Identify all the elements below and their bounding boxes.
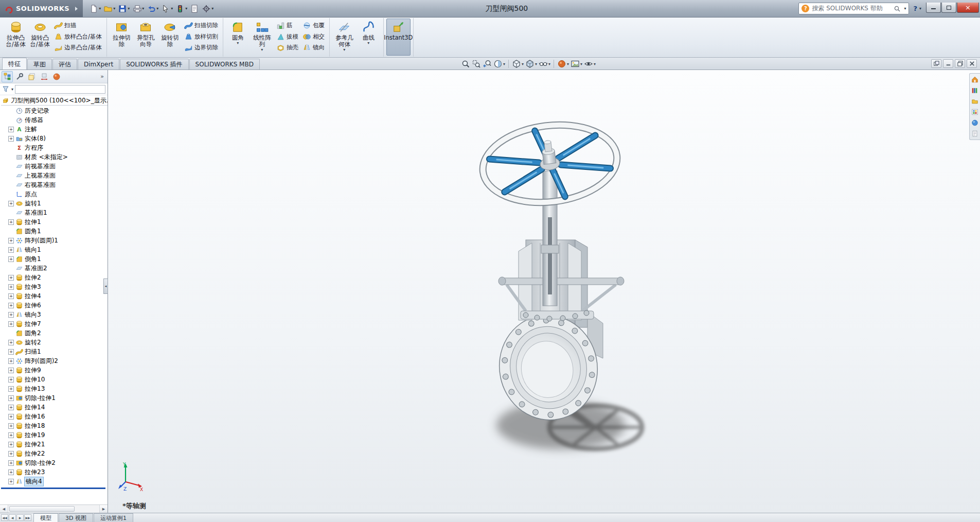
- tree-item[interactable]: +扫描1: [1, 347, 108, 356]
- tree-item[interactable]: +拉伸9: [1, 366, 108, 375]
- filter-funnel-icon[interactable]: [2, 85, 9, 93]
- tree-item[interactable]: +拉伸13: [1, 384, 108, 393]
- valve-stem[interactable]: [541, 171, 559, 306]
- boundary-cut-button[interactable]: 边界切除: [183, 43, 219, 52]
- menu-expand-icon[interactable]: [75, 7, 78, 11]
- task-pane-view-palette-button[interactable]: [971, 108, 979, 116]
- tree-item[interactable]: 右视基准面: [1, 180, 108, 189]
- tab-SOLIDWORKS MBD[interactable]: SOLIDWORKS MBD: [189, 59, 260, 69]
- tree-item[interactable]: 基准面2: [1, 264, 108, 273]
- tree-expand-icon[interactable]: +: [8, 303, 14, 308]
- tree-expand-icon[interactable]: +: [8, 432, 14, 438]
- doc-close-button[interactable]: [967, 59, 977, 68]
- tree-expand-icon[interactable]: +: [8, 201, 14, 206]
- tree-expand-icon[interactable]: +: [8, 219, 14, 225]
- rib-button[interactable]: 筋: [275, 21, 299, 30]
- dropdown-caret-icon[interactable]: ▾: [156, 6, 158, 11]
- task-pane-resources-button[interactable]: [971, 75, 979, 84]
- dropdown-caret-icon[interactable]: ▾: [99, 6, 101, 11]
- tree-item[interactable]: +切除-拉伸1: [1, 393, 108, 403]
- tab-scroll-next-icon[interactable]: ▶: [16, 514, 24, 521]
- close-button[interactable]: ×: [957, 3, 979, 13]
- extruded-cut-button[interactable]: 拉伸切 除: [110, 19, 134, 56]
- tree-item[interactable]: +实体(8): [1, 134, 108, 143]
- revolved-boss-button[interactable]: 旋转凸 台/基体: [28, 19, 52, 56]
- select-button[interactable]: ▾: [160, 3, 174, 14]
- tree-item[interactable]: 方程序: [1, 143, 108, 152]
- print-button[interactable]: ▾: [131, 3, 145, 14]
- fm-tab-configurationmanager[interactable]: [26, 71, 38, 82]
- tree-expand-icon[interactable]: +: [8, 377, 14, 382]
- tree-item[interactable]: +拉伸6: [1, 301, 108, 310]
- dropdown-caret-icon[interactable]: ▾: [128, 6, 130, 11]
- dropdown-caret-icon[interactable]: ▾: [503, 62, 505, 66]
- save-button[interactable]: ▾: [117, 3, 131, 14]
- tree-item[interactable]: +切除-拉伸2: [1, 458, 108, 467]
- tab-DimXpert[interactable]: DimXpert: [78, 59, 119, 69]
- tree-expand-icon[interactable]: +: [8, 442, 14, 447]
- doc-minimize-button[interactable]: [943, 59, 953, 68]
- fm-tab-overflow-icon[interactable]: »: [98, 73, 106, 80]
- fm-tab-featuremanager[interactable]: [2, 71, 13, 82]
- fm-tab-propertymanager[interactable]: [14, 71, 25, 82]
- tree-item[interactable]: 前视基准面: [1, 162, 108, 171]
- tree-item[interactable]: +拉伸1: [1, 217, 108, 227]
- scrollbar-thumb[interactable]: [9, 506, 75, 512]
- tree-expand-icon[interactable]: +: [8, 414, 14, 420]
- scroll-right-icon[interactable]: ▶: [99, 505, 108, 513]
- tree-item[interactable]: 历史记录: [1, 106, 108, 115]
- lofted-boss-button[interactable]: 放样凸台/基体: [53, 32, 103, 41]
- tree-expand-icon[interactable]: +: [8, 312, 14, 318]
- search-dropdown-icon[interactable]: ▾: [904, 6, 906, 11]
- dropdown-caret-icon[interactable]: ▾: [261, 48, 263, 51]
- shell-button[interactable]: 抽壳: [275, 43, 299, 52]
- tree-expand-icon[interactable]: +: [8, 451, 14, 457]
- display-style-button[interactable]: ▾: [525, 59, 538, 69]
- panel-collapse-handle[interactable]: ◂: [103, 279, 108, 294]
- tree-root-item[interactable]: 刀型闸阀500 (100<<100>_显示...: [1, 96, 108, 106]
- tree-item[interactable]: 圆角1: [1, 227, 108, 236]
- tree-item[interactable]: +阵列(圆周)2: [1, 356, 108, 366]
- tree-expand-icon[interactable]: +: [8, 423, 14, 429]
- file-properties-button[interactable]: [189, 3, 200, 14]
- graphics-viewport[interactable]: Y X Z *等轴测: [108, 70, 980, 513]
- apply-scene-button[interactable]: ▾: [570, 59, 583, 69]
- open-button[interactable]: ▾: [102, 3, 116, 14]
- undo-button[interactable]: ▾: [146, 3, 159, 14]
- tree-item[interactable]: +拉伸23: [1, 467, 108, 477]
- tree-expand-icon[interactable]: +: [8, 275, 14, 281]
- rebuild-button[interactable]: ▾: [174, 3, 188, 14]
- tree-item[interactable]: +拉伸21: [1, 440, 108, 449]
- tree-item[interactable]: +注解: [1, 125, 108, 134]
- tree-item[interactable]: +拉伸22: [1, 449, 108, 458]
- tree-filter-input[interactable]: [15, 85, 105, 94]
- fm-tab-dimxpertmanager[interactable]: [39, 71, 50, 82]
- tree-item[interactable]: +拉伸10: [1, 375, 108, 384]
- tree-item[interactable]: 原点: [1, 189, 108, 199]
- minimize-button[interactable]: [926, 3, 941, 13]
- boundary-boss-button[interactable]: 边界凸台/基体: [53, 43, 103, 52]
- dropdown-caret-icon[interactable]: ▾: [171, 6, 173, 11]
- tree-item[interactable]: +拉伸18: [1, 421, 108, 430]
- hide-show-items-button[interactable]: ▾: [538, 59, 551, 69]
- tab-特征[interactable]: 特征: [2, 58, 27, 69]
- tree-item[interactable]: +倒角1: [1, 254, 108, 264]
- tree-expand-icon[interactable]: +: [8, 395, 14, 401]
- fillet-button[interactable]: 圆角▾: [226, 19, 250, 56]
- dropdown-caret-icon[interactable]: ▾: [343, 48, 345, 51]
- dropdown-caret-icon[interactable]: ▾: [185, 6, 187, 11]
- hole-wizard-button[interactable]: 异型孔 向导: [134, 19, 158, 56]
- tab-评估[interactable]: 评估: [52, 59, 77, 69]
- doc-tile-button[interactable]: [931, 59, 941, 68]
- dropdown-caret-icon[interactable]: ▾: [142, 6, 144, 11]
- section-view-button[interactable]: ▾: [493, 59, 506, 69]
- instant3d-button[interactable]: Instant3D: [386, 19, 411, 56]
- solidworks-logo[interactable]: SOLIDWORKS: [0, 0, 83, 17]
- scroll-left-icon[interactable]: ◀: [0, 505, 8, 513]
- zoom-area-button[interactable]: [471, 59, 482, 69]
- tree-item[interactable]: +阵列(圆周)1: [1, 236, 108, 245]
- tab-scroll-first-icon[interactable]: ◀◀: [1, 514, 8, 521]
- tree-item[interactable]: +拉伸7: [1, 319, 108, 328]
- revolved-cut-button[interactable]: 旋转切 除: [158, 19, 182, 56]
- linear-pattern-button[interactable]: 线性阵 列▾: [250, 19, 274, 56]
